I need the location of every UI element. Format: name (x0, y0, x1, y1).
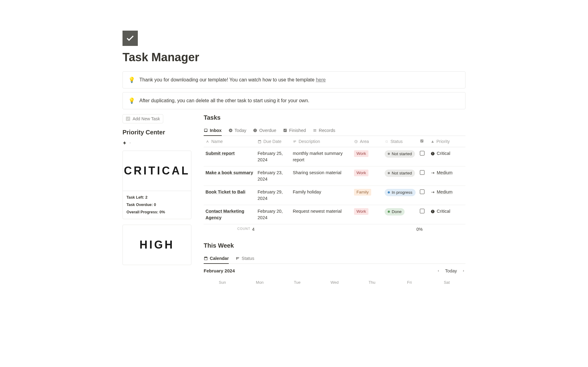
tab-calendar[interactable]: Calendar (204, 253, 229, 264)
cell-name[interactable]: Submit report (204, 147, 256, 160)
tab-today[interactable]: Today (228, 125, 247, 136)
callout-2: 💡 After duplicating, you can delete all … (123, 92, 466, 109)
tab-inbox[interactable]: Inbox (204, 125, 222, 136)
table-footer: COUNT 4 0% (204, 224, 466, 234)
checkbox[interactable] (420, 170, 424, 175)
svg-rect-1 (432, 152, 433, 154)
critical-icon (431, 152, 435, 156)
bulb-icon: 💡 (128, 97, 135, 104)
cell-status: Not started (383, 147, 418, 161)
table-row[interactable]: Make a book summaryFebruary 23, 2024Shar… (204, 167, 466, 186)
checkbox[interactable] (420, 189, 424, 194)
cell-name[interactable]: Make a book summary (204, 167, 256, 179)
cell-due: February 23, 2024 (256, 167, 291, 185)
cell-due: February 20, 2024 (256, 205, 291, 224)
checkbox[interactable] (420, 209, 424, 213)
cell-area: Work (352, 167, 383, 179)
cell-checkbox[interactable] (418, 205, 429, 216)
cell-priority: Critical (429, 205, 472, 218)
inbox-icon (204, 128, 208, 133)
callout-1-link[interactable]: here (316, 77, 326, 82)
medium-icon (431, 190, 435, 194)
cell-priority: Medium (429, 186, 472, 198)
medium-icon (431, 171, 435, 175)
svg-rect-4 (432, 210, 433, 212)
tasks-tabs: Inbox Today Overdue Finished Records (204, 125, 466, 136)
cell-due: February 29, 2024 (256, 186, 291, 205)
cell-checkbox[interactable] (418, 167, 429, 178)
cell-area: Work (352, 205, 383, 218)
cell-priority: Critical (429, 147, 472, 160)
tasks-title: Tasks (204, 114, 466, 121)
table-header: Name Due Date Description Area Status (204, 136, 466, 147)
cell-status: In progress (383, 186, 418, 199)
calendar-today-button[interactable]: Today (445, 268, 457, 273)
svg-rect-5 (432, 212, 433, 212)
callout-1-text: Thank you for downloading our template! … (139, 77, 316, 82)
priority-task-overdue: Task Overdue: 0 (126, 201, 187, 209)
cell-checkbox[interactable] (418, 147, 429, 159)
page-icon[interactable] (123, 31, 138, 46)
svg-rect-2 (432, 154, 433, 154)
calendar-icon (258, 140, 262, 144)
tab-status[interactable]: Status (236, 253, 254, 264)
calendar-day-header: Tue (278, 279, 316, 286)
col-checkbox[interactable] (418, 136, 429, 146)
col-description[interactable]: Description (291, 136, 352, 147)
tab-finished[interactable]: Finished (283, 125, 306, 136)
bulb-icon: 💡 (128, 77, 135, 83)
calendar-prev-button[interactable] (436, 269, 440, 273)
cell-description: monthly market summary report (291, 147, 352, 166)
cell-name[interactable]: Book Ticket to Bali (204, 186, 256, 198)
tab-records[interactable]: Records (313, 125, 335, 136)
critical-icon (431, 209, 435, 214)
bolt-icon (123, 141, 127, 145)
calendar-day-header: Sun (204, 279, 241, 286)
cell-description: Sharing session material (291, 167, 352, 179)
cell-status: Not started (383, 167, 418, 180)
cell-description: Request newest material (291, 205, 352, 218)
col-area[interactable]: Area (352, 136, 383, 147)
priority-task-left: Task Left: 2 (126, 194, 187, 201)
priority-card-label: CRITICAL (124, 164, 190, 177)
calendar-day-header: Fri (391, 279, 428, 286)
records-icon (313, 128, 317, 133)
add-new-task-button[interactable]: Add New Task (123, 114, 163, 123)
priority-card-critical[interactable]: CRITICAL Task Left: 2 Task Overdue: 0 Ov… (123, 151, 191, 219)
table-row[interactable]: Contact Marketing AgencyFebruary 20, 202… (204, 205, 466, 224)
priority-card-high[interactable]: HIGH (123, 225, 191, 265)
calendar-next-button[interactable] (462, 269, 466, 273)
calendar-day-header: Mon (241, 279, 278, 286)
cell-name[interactable]: Contact Marketing Agency (204, 205, 256, 224)
arrow-circle-icon (228, 128, 233, 133)
calendar-day-header: Sat (428, 279, 466, 286)
priority-filter[interactable] (123, 141, 191, 145)
checkbox-col-icon (420, 139, 424, 143)
lines-icon (293, 140, 297, 144)
table-row[interactable]: Book Ticket to BaliFebruary 29, 2024Fami… (204, 186, 466, 205)
cell-priority: Medium (429, 167, 472, 179)
page-title: Task Manager (123, 51, 466, 64)
this-week-tabs: Calendar Status (204, 253, 466, 264)
status-icon (385, 140, 389, 144)
callout-2-text: After duplicating, you can delete all th… (139, 98, 309, 103)
tab-overdue[interactable]: Overdue (253, 125, 276, 136)
chevron-down-icon (129, 141, 132, 144)
col-priority[interactable]: Priority (429, 136, 472, 147)
priority-card-label: HIGH (140, 238, 175, 251)
cell-checkbox[interactable] (418, 186, 429, 197)
this-week-title: This Week (204, 242, 466, 249)
check-icon (283, 128, 287, 133)
table-row[interactable]: Submit reportFebruary 25, 2024monthly ma… (204, 147, 466, 167)
target-icon (354, 140, 358, 144)
col-due[interactable]: Due Date (256, 136, 291, 147)
col-name[interactable]: Name (204, 136, 256, 147)
calendar-day-header: Wed (316, 279, 353, 286)
footer-percent: 0% (417, 227, 423, 232)
priority-center-title: Priority Center (123, 129, 191, 136)
col-status[interactable]: Status (383, 136, 418, 147)
text-icon (205, 140, 209, 144)
calendar-day-header: Thu (353, 279, 391, 286)
checkbox-icon (126, 117, 130, 121)
checkbox[interactable] (420, 151, 424, 155)
